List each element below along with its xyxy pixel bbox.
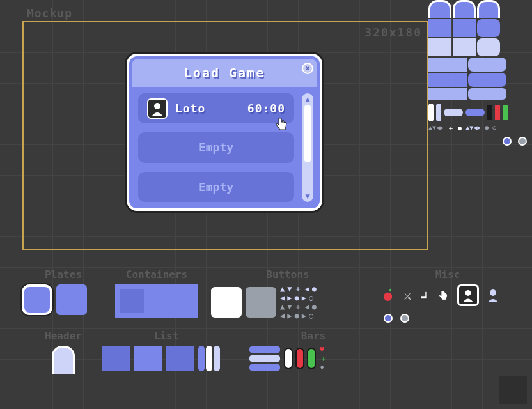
close-button[interactable]: × — [302, 63, 313, 74]
scroll-track[interactable] — [303, 104, 312, 192]
radio-on-icon — [384, 314, 393, 323]
swatch-vscroll[interactable] — [198, 346, 220, 371]
slot-time: 60:00 — [247, 102, 285, 115]
svg-point-2 — [490, 289, 496, 296]
apple-icon: ●▴ — [384, 288, 396, 304]
save-slot-2[interactable]: Empty — [138, 172, 294, 202]
section-label-list: List — [102, 330, 230, 342]
logo-mark — [499, 376, 527, 404]
svg-point-1 — [465, 290, 471, 296]
swatch-container-inset[interactable] — [118, 287, 146, 315]
panel-header: Load Game × — [132, 59, 317, 87]
scroll-down-icon[interactable]: ▼ — [305, 192, 309, 201]
slot-empty-label: Empty — [199, 180, 233, 194]
slot-empty-label: Empty — [199, 141, 233, 154]
cursor-hand-icon — [275, 117, 289, 131]
swatch-container-flat[interactable] — [150, 287, 178, 315]
section-label-buttons: Buttons — [211, 268, 364, 281]
scrollbar[interactable]: ▲ ▼ — [302, 93, 313, 202]
hand-point-icon — [419, 288, 430, 302]
save-slot-0[interactable]: Loto 60:00 — [138, 93, 294, 123]
section-label-plates: Plates — [22, 268, 105, 281]
swatch-hearts: ♥ ＋ ♦ — [320, 346, 327, 371]
swatch-plate-plain[interactable] — [56, 284, 87, 315]
radio-off-icon — [400, 314, 409, 323]
canvas-dimensions: 320x180 — [364, 26, 422, 39]
section-label-bars: Bars — [249, 330, 377, 342]
section-label-containers: Containers — [115, 268, 198, 281]
section-label-mockup: Mockup — [27, 6, 72, 20]
swatch-plate-outlined[interactable] — [22, 284, 52, 315]
slot-name: Loto — [175, 102, 240, 115]
arrow-glyph-cluster: ▲▼＋◀●◀▶●▶○ ▲▼＋◀●◀▶●▶○ — [280, 284, 319, 320]
hand-open-icon — [438, 288, 450, 302]
spritesheet-panel: ▲▼◀▶ ＋ ● ▲▼◀▶ ● ○ — [428, 0, 527, 147]
sword-icon: ⚔ — [403, 288, 411, 303]
avatar-icon — [147, 98, 168, 119]
scroll-up-icon[interactable]: ▲ — [305, 95, 309, 104]
swatch-list-a[interactable] — [102, 346, 130, 371]
swatch-list-c[interactable] — [166, 346, 194, 371]
swatch-hbars[interactable] — [249, 346, 280, 371]
checkbox-off-icon — [503, 137, 512, 146]
section-label-header: Header — [28, 330, 98, 342]
swatch-header-arch[interactable] — [52, 346, 75, 374]
save-slot-1[interactable]: Empty — [138, 132, 294, 162]
swatch-pills[interactable] — [284, 348, 316, 369]
swatch-button-gray[interactable] — [246, 287, 276, 318]
swatch-button-white[interactable] — [211, 287, 242, 318]
avatar-small-icon — [487, 288, 499, 303]
checkbox-dim-icon — [518, 137, 527, 146]
avatar-framed-icon — [457, 284, 479, 306]
svg-point-0 — [154, 103, 160, 109]
swatch-list-b[interactable] — [134, 346, 162, 371]
section-label-misc: Misc — [384, 268, 512, 281]
load-game-panel: Load Game × Loto 60:00 Empty Empty ▲ — [127, 54, 322, 211]
panel-title: Load Game — [184, 65, 265, 81]
scroll-thumb[interactable] — [304, 105, 311, 162]
